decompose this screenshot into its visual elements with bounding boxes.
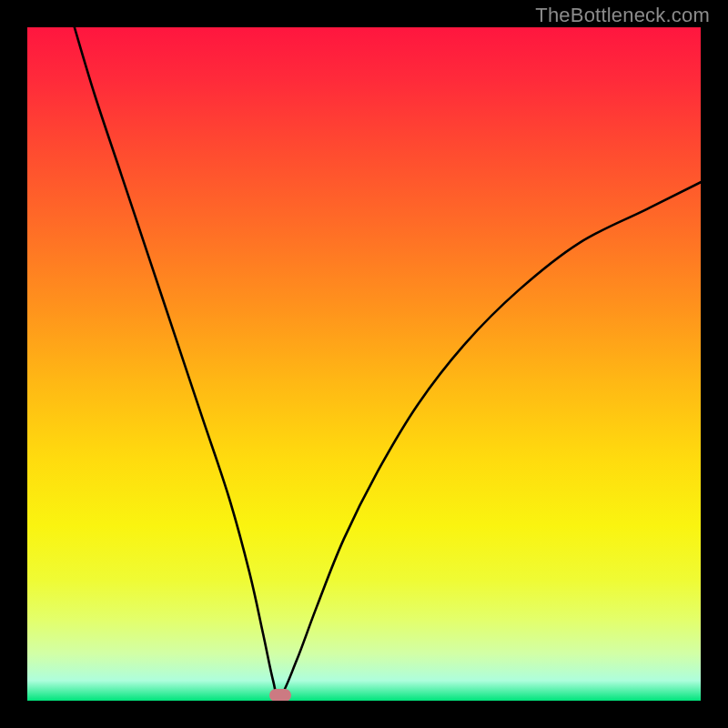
watermark-text: TheBottleneck.com: [535, 4, 710, 27]
chart-frame: TheBottleneck.com: [0, 0, 728, 728]
plot-area: [27, 27, 701, 701]
bottleneck-curve: [27, 27, 701, 701]
minimum-marker: [269, 689, 291, 701]
